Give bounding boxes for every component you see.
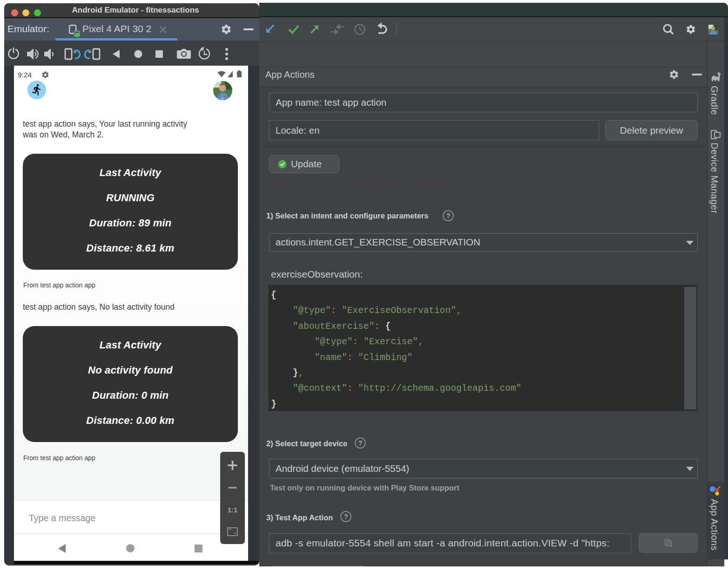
- svg-text:1:1: 1:1: [228, 506, 238, 514]
